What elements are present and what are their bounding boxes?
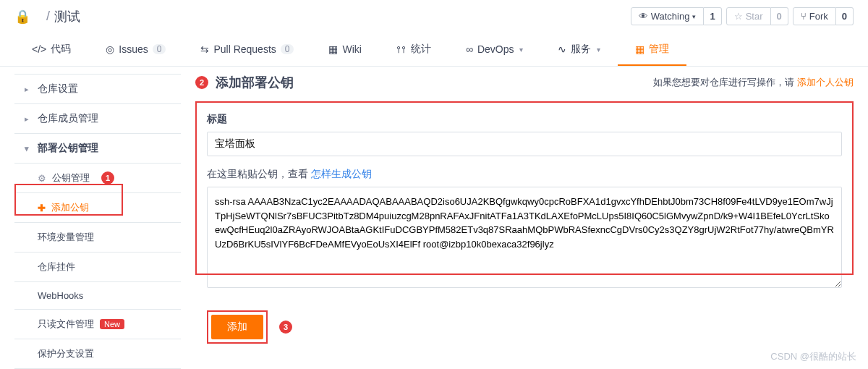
services-icon: ∿ xyxy=(558,43,566,55)
watch-count[interactable]: 1 xyxy=(704,7,721,25)
settings-sidebar: ▸仓库设置 ▸仓库成员管理 ▾部署公钥管理 ⚙公钥管理1 ✚添加公钥 环境变量管… xyxy=(14,74,181,369)
repo-name[interactable]: 测试 xyxy=(54,8,80,25)
tab-code[interactable]: </>代码 xyxy=(14,34,88,66)
manage-icon: ▦ xyxy=(635,43,644,55)
paste-label: 在这里粘贴公钥，查看 xyxy=(207,168,311,179)
public-key-textarea[interactable] xyxy=(207,187,842,288)
sidebar-item-key-manage[interactable]: ⚙公钥管理1 xyxy=(14,164,181,193)
write-hint: 如果您想要对仓库进行写操作，请 添加个人公钥 xyxy=(653,76,854,89)
watch-button[interactable]: 👁Watching▾ xyxy=(631,7,705,25)
tab-services[interactable]: ∿服务▾ xyxy=(540,34,618,66)
issues-icon: ◎ xyxy=(106,43,114,55)
sidebar-item-webhooks[interactable]: WebHooks xyxy=(14,282,181,310)
gear-icon: ⚙ xyxy=(38,173,46,184)
annotation-marker-2: 2 xyxy=(195,76,208,89)
watermark: CSDN @很酷的站长 xyxy=(770,350,856,363)
annotation-marker-3: 3 xyxy=(279,321,292,334)
page-title: 添加部署公钥 xyxy=(216,74,294,91)
star-icon: ☆ xyxy=(734,11,743,22)
eye-icon: 👁 xyxy=(639,11,648,22)
annotation-marker-1: 1 xyxy=(101,171,114,184)
sidebar-item-deploy-keys[interactable]: ▾部署公钥管理 xyxy=(14,134,181,164)
sidebar-item-env[interactable]: 环境变量管理 xyxy=(14,223,181,253)
new-badge: New xyxy=(100,319,124,329)
sidebar-item-readonly[interactable]: 只读文件管理New xyxy=(14,310,181,339)
chevron-right-icon: ▸ xyxy=(25,114,32,124)
wiki-icon: ▦ xyxy=(328,43,338,55)
chevron-right-icon: ▸ xyxy=(25,85,32,94)
star-count[interactable]: 0 xyxy=(771,7,788,25)
fork-icon: ⑂ xyxy=(801,11,807,22)
pr-icon: ⇆ xyxy=(200,43,209,55)
sidebar-item-members[interactable]: ▸仓库成员管理 xyxy=(14,104,181,134)
sidebar-item-add-key[interactable]: ✚添加公钥 xyxy=(14,193,181,223)
plus-icon: ✚ xyxy=(38,203,46,213)
stats-icon: ⫯⫯ xyxy=(396,43,407,55)
tab-wiki[interactable]: ▦Wiki xyxy=(311,34,378,66)
howto-generate-link[interactable]: 怎样生成公钥 xyxy=(311,168,372,179)
breadcrumb: 🔒 / 测试 xyxy=(14,8,80,25)
sidebar-item-repo-settings[interactable]: ▸仓库设置 xyxy=(14,74,181,104)
sidebar-item-branch-protect[interactable]: 保护分支设置 xyxy=(14,339,181,369)
title-label: 标题 xyxy=(207,113,842,126)
add-personal-key-link[interactable]: 添加个人公钥 xyxy=(797,77,854,88)
devops-icon: ∞ xyxy=(466,43,473,55)
title-input[interactable] xyxy=(207,132,842,156)
fork-button[interactable]: ⑂Fork xyxy=(793,7,836,25)
sidebar-item-hooks[interactable]: 仓库挂件 xyxy=(14,253,181,282)
tab-devops[interactable]: ∞DevOps▾ xyxy=(448,34,541,66)
code-icon: </> xyxy=(32,43,46,55)
lock-icon: 🔒 xyxy=(14,9,30,25)
fork-count[interactable]: 0 xyxy=(836,7,854,25)
tab-issues[interactable]: ◎Issues0 xyxy=(88,34,183,66)
tab-manage[interactable]: ▦管理 xyxy=(618,34,686,66)
submit-button[interactable]: 添加 xyxy=(211,315,263,339)
tab-pull-requests[interactable]: ⇆Pull Requests0 xyxy=(183,34,311,66)
star-button[interactable]: ☆Star xyxy=(726,7,771,25)
tab-stats[interactable]: ⫯⫯统计 xyxy=(379,34,448,66)
repo-tabs: </>代码 ◎Issues0 ⇆Pull Requests0 ▦Wiki ⫯⫯统… xyxy=(0,34,868,67)
chevron-down-icon: ▾ xyxy=(25,144,32,153)
